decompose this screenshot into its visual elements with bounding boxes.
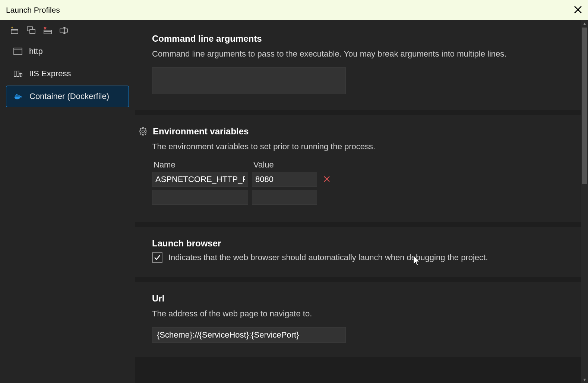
svg-rect-16 (15, 95, 16, 96)
envvar-row (152, 172, 571, 187)
svg-rect-6 (60, 29, 67, 32)
duplicate-profile-icon[interactable] (27, 27, 36, 34)
svg-rect-13 (17, 71, 19, 77)
envvar-name-input[interactable] (152, 172, 248, 187)
window-title: Launch Profiles (6, 6, 60, 15)
new-profile-icon[interactable] (10, 27, 19, 34)
svg-rect-0 (11, 29, 18, 33)
scrollbar-up-arrow[interactable]: ▲ (581, 20, 588, 27)
profile-item-http[interactable]: http (6, 41, 129, 62)
url-desc: The address of the web page to navigate … (152, 307, 571, 320)
envvar-value-input[interactable] (252, 172, 317, 187)
launchbrowser-title: Launch browser (152, 238, 571, 249)
svg-rect-20 (19, 95, 20, 96)
svg-rect-12 (14, 71, 16, 77)
envvars-section: Environment variables The environment va… (135, 115, 588, 222)
envvars-table: Name Value (152, 160, 571, 205)
sidebar: http IIS Express Container (Dockerfile) (0, 20, 135, 383)
iis-icon (13, 69, 22, 78)
scrollbar[interactable]: ▲ ▼ (581, 20, 588, 383)
envvar-name-input-empty[interactable] (152, 190, 248, 205)
profile-item-container[interactable]: Container (Dockerfile) (6, 86, 129, 107)
cmdargs-title: Command line arguments (152, 33, 571, 44)
profile-label: http (29, 47, 43, 56)
url-title: Url (152, 293, 571, 304)
scrollbar-thumb[interactable] (582, 28, 587, 184)
envvar-delete-button[interactable] (323, 175, 331, 184)
profile-list: http IIS Express Container (Dockerfile) (0, 41, 135, 107)
close-button[interactable] (574, 4, 582, 16)
profile-label: Container (Dockerfile) (29, 92, 109, 101)
envvar-row-empty (152, 190, 571, 205)
cmdargs-desc: Command line arguments to pass to the ex… (152, 48, 571, 60)
cmdargs-input[interactable] (152, 67, 346, 94)
svg-rect-17 (16, 95, 18, 96)
docker-icon (14, 92, 23, 101)
svg-rect-10 (14, 48, 22, 55)
url-input[interactable] (152, 327, 346, 343)
profile-item-iis[interactable]: IIS Express (6, 63, 129, 84)
envvars-title: Environment variables (152, 126, 571, 137)
svg-rect-4 (44, 30, 51, 34)
envvar-header-value: Value (252, 160, 317, 170)
content-panel: Command line arguments Command line argu… (135, 20, 588, 383)
svg-rect-3 (30, 29, 35, 33)
delete-profile-icon[interactable] (43, 27, 52, 34)
gear-icon (139, 127, 148, 136)
launchbrowser-section: Launch browser Indicates that the web br… (135, 227, 588, 277)
rename-profile-icon[interactable] (60, 27, 69, 34)
url-section: Url The address of the web page to navig… (135, 282, 588, 357)
envvar-header-name: Name (152, 160, 248, 170)
launchbrowser-label: Indicates that the web browser should au… (168, 253, 488, 262)
titlebar: Launch Profiles (0, 0, 588, 20)
svg-rect-19 (16, 94, 18, 95)
launchbrowser-checkbox[interactable] (152, 252, 162, 263)
sidebar-toolbar (0, 24, 135, 41)
profile-label: IIS Express (29, 69, 71, 79)
scrollbar-down-arrow[interactable]: ▼ (581, 376, 588, 383)
svg-rect-18 (18, 95, 19, 96)
envvars-desc: The environment variables to set prior t… (152, 140, 571, 153)
window-icon (13, 47, 22, 56)
envvar-value-input-empty[interactable] (252, 190, 317, 205)
cmdargs-section: Command line arguments Command line argu… (135, 20, 588, 110)
